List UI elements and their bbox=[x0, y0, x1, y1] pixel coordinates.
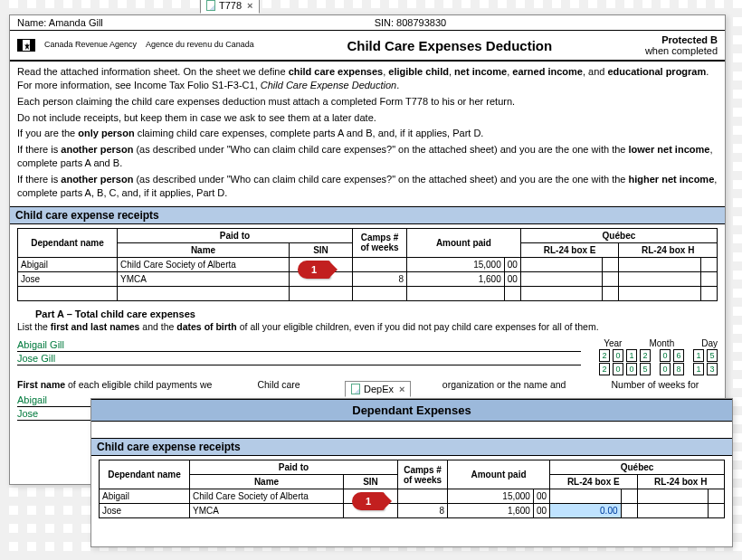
tab-label: T778 bbox=[219, 0, 242, 11]
col-paidto: Paid to bbox=[118, 228, 353, 242]
document-icon bbox=[351, 384, 360, 394]
tab-depex[interactable]: DepEx × bbox=[345, 381, 411, 397]
header-title-row: Canada Revenue Agency Agence du revenu d… bbox=[10, 31, 725, 62]
children-area: Abigail Gill Jose Gill Year Month Day 20… bbox=[10, 338, 725, 375]
table-row[interactable]: Abigail Child Care Society of Alberta 15… bbox=[18, 257, 718, 271]
agency-en: Canada Revenue Agency bbox=[44, 41, 137, 50]
col-name: Name bbox=[190, 475, 344, 489]
col-paidto: Paid to bbox=[190, 460, 398, 475]
col-camps: Camps # of weeks bbox=[353, 228, 407, 257]
dob-row[interactable]: 2012 06 15 bbox=[599, 349, 718, 362]
receipts-section-title: Child care expense receipts bbox=[10, 206, 725, 224]
form-depex-panel: DepEx × Dependant Expenses Child care ex… bbox=[90, 398, 733, 547]
tab-t778[interactable]: T778 × bbox=[200, 0, 260, 14]
col-rl24e: RL-24 box E bbox=[550, 475, 637, 489]
depex-title: Dependant Expenses bbox=[91, 399, 732, 422]
dob-day-label: Day bbox=[701, 338, 718, 348]
col-quebec: Québec bbox=[520, 228, 717, 242]
col-rl24h: RL-24 box H bbox=[637, 475, 724, 489]
close-icon[interactable]: × bbox=[247, 0, 252, 11]
canada-flag-icon bbox=[17, 39, 35, 52]
document-icon bbox=[206, 0, 215, 11]
col-rl24e: RL-24 box E bbox=[520, 242, 619, 257]
part-a-description: List the first and last names and the da… bbox=[10, 321, 725, 339]
marker-1: 1 bbox=[298, 261, 330, 279]
table-row[interactable]: Abigail Child Care Society of Alberta 15… bbox=[100, 489, 725, 504]
protected-label: Protected B when completed bbox=[645, 34, 718, 56]
col-dependant: Dependant name bbox=[100, 460, 190, 489]
table-row[interactable]: Jose YMCA 8 1,600 00 bbox=[18, 271, 718, 286]
col-name: Name bbox=[118, 242, 290, 257]
depex-receipts-title: Child care expense receipts bbox=[91, 438, 732, 456]
col-sin: SIN bbox=[344, 475, 398, 489]
col-rl24h: RL-24 box H bbox=[619, 242, 718, 257]
tab-label: DepEx bbox=[364, 384, 394, 394]
receipts-table: Dependant name Paid to Camps # of weeks … bbox=[17, 228, 718, 301]
col-amount: Amount paid bbox=[407, 228, 521, 257]
table-row[interactable] bbox=[18, 286, 718, 300]
marker-1: 1 bbox=[352, 492, 385, 510]
close-icon[interactable]: × bbox=[399, 384, 404, 394]
col-dependant: Dependant name bbox=[18, 228, 118, 257]
dob-month-label: Month bbox=[649, 338, 674, 348]
dob-year-label: Year bbox=[604, 338, 622, 348]
col-amount: Amount paid bbox=[448, 460, 550, 489]
agency-fr: Agence du revenu du Canada bbox=[146, 41, 254, 50]
depex-receipts-table: Dependant name Paid to Camps # of weeks … bbox=[99, 460, 725, 518]
sin-label: SIN: bbox=[375, 17, 394, 28]
col-sin: SIN bbox=[290, 242, 353, 257]
sin-value: 808793830 bbox=[396, 17, 446, 28]
col-camps: Camps # of weeks bbox=[398, 460, 448, 489]
header-name-row: Name: Amanda Gill SIN: 808793830 bbox=[10, 15, 725, 31]
table-row[interactable]: Jose YMCA 8 1,600 00 0.00 bbox=[100, 504, 725, 518]
part-a-title: Part A – Total child care expenses bbox=[10, 305, 725, 321]
dob-row[interactable]: 2005 08 13 bbox=[599, 363, 718, 375]
child-name-line[interactable]: Jose Gill bbox=[17, 352, 581, 365]
name-label: Name: bbox=[17, 17, 46, 28]
col-quebec: Québec bbox=[550, 460, 725, 475]
name-value: Amanda Gill bbox=[49, 17, 103, 28]
form-title: Child Care Expenses Deduction bbox=[263, 38, 636, 53]
child-name-line[interactable]: Abigail Gill bbox=[17, 338, 581, 352]
instructions: Read the attached information sheet. On … bbox=[10, 62, 725, 206]
